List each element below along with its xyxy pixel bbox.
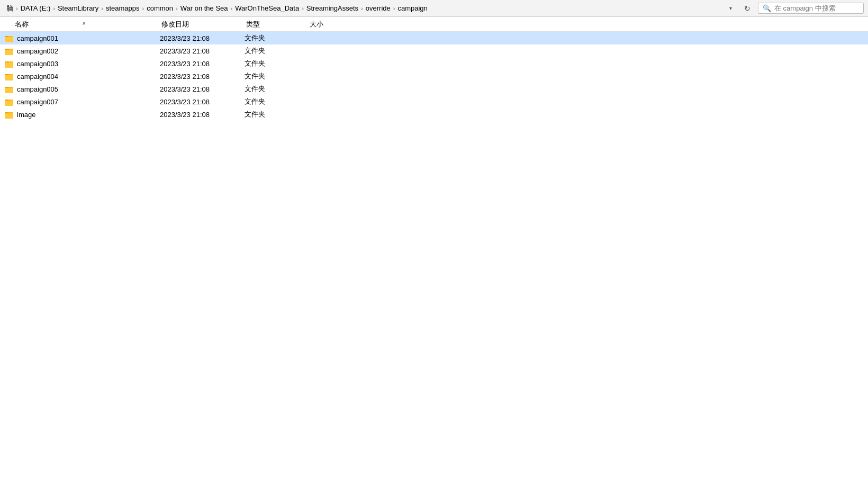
breadcrumb-item[interactable]: WarOnTheSea_Data [233, 3, 301, 13]
column-headers: 名称 ∧ 修改日期 类型 大小 [0, 17, 868, 32]
refresh-icon: ↻ [744, 4, 751, 13]
breadcrumb: 脑›DATA (E:)›SteamLibrary›steamapps›commo… [4, 3, 718, 14]
search-input[interactable] [774, 4, 854, 12]
file-type: 文件夹 [245, 59, 308, 68]
sort-indicator: ∧ [82, 20, 86, 26]
breadcrumb-separator: › [53, 5, 55, 12]
folder-icon [4, 71, 14, 81]
file-type: 文件夹 [245, 46, 308, 56]
dropdown-button[interactable]: ▾ [724, 2, 737, 15]
breadcrumb-item[interactable]: StreamingAssets [304, 3, 360, 13]
file-date: 2023/3/23 21:08 [160, 85, 245, 93]
file-type: 文件夹 [245, 84, 308, 94]
table-row[interactable]: campaign0022023/3/23 21:08文件夹 [0, 44, 868, 57]
breadcrumb-item[interactable]: override [364, 3, 393, 13]
file-date: 2023/3/23 21:08 [160, 47, 245, 55]
file-date: 2023/3/23 21:08 [160, 73, 245, 80]
address-bar: 脑›DATA (E:)›SteamLibrary›steamapps›commo… [0, 0, 868, 17]
breadcrumb-separator: › [142, 5, 144, 12]
table-row[interactable]: campaign0012023/3/23 21:08文件夹 [0, 32, 868, 44]
folder-icon [4, 33, 14, 43]
title-bar-controls: ▾ ↻ 🔍 [724, 2, 864, 15]
file-name: image [17, 111, 160, 119]
file-list: campaign0012023/3/23 21:08文件夹 campaign00… [0, 32, 868, 485]
file-type: 文件夹 [245, 33, 308, 43]
file-name: campaign002 [17, 47, 160, 55]
table-row[interactable]: campaign0052023/3/23 21:08文件夹 [0, 83, 868, 95]
breadcrumb-item[interactable]: campaign [395, 3, 429, 13]
table-row[interactable]: campaign0042023/3/23 21:08文件夹 [0, 70, 868, 83]
file-name: campaign004 [17, 73, 160, 80]
breadcrumb-item[interactable]: War on the Sea [178, 3, 230, 13]
file-date: 2023/3/23 21:08 [160, 60, 245, 68]
breadcrumb-separator: › [231, 5, 233, 12]
col-header-date[interactable]: 修改日期 [161, 20, 246, 29]
table-row[interactable]: campaign0072023/3/23 21:08文件夹 [0, 95, 868, 108]
folder-icon [4, 97, 14, 106]
breadcrumb-separator: › [101, 5, 103, 12]
breadcrumb-separator: › [16, 5, 18, 12]
file-date: 2023/3/23 21:08 [160, 111, 245, 119]
breadcrumb-item[interactable]: SteamLibrary [56, 3, 101, 13]
refresh-button[interactable]: ↻ [741, 2, 754, 15]
col-header-name[interactable]: 名称 ∧ [0, 20, 161, 29]
file-date: 2023/3/23 21:08 [160, 34, 245, 42]
file-type: 文件夹 [245, 97, 308, 106]
table-row[interactable]: image2023/3/23 21:08文件夹 [0, 108, 868, 121]
breadcrumb-separator: › [302, 5, 304, 12]
folder-icon [4, 84, 14, 94]
table-row[interactable]: campaign0032023/3/23 21:08文件夹 [0, 57, 868, 70]
file-name: campaign001 [17, 34, 160, 42]
folder-icon [4, 59, 14, 68]
breadcrumb-separator: › [176, 5, 178, 12]
file-name: campaign003 [17, 60, 160, 68]
breadcrumb-item[interactable]: 脑 [4, 3, 15, 14]
chevron-down-icon: ▾ [729, 5, 732, 11]
breadcrumb-item[interactable]: steamapps [104, 3, 142, 13]
breadcrumb-item[interactable]: common [144, 3, 175, 13]
breadcrumb-separator: › [361, 5, 363, 12]
breadcrumb-item[interactable]: DATA (E:) [19, 3, 53, 13]
breadcrumb-separator: › [393, 5, 395, 12]
main-content: 名称 ∧ 修改日期 类型 大小 campaign0012023/3/23 21:… [0, 17, 868, 485]
folder-icon [4, 46, 14, 56]
col-header-size[interactable]: 大小 [310, 20, 352, 29]
file-type: 文件夹 [245, 110, 308, 119]
col-name-label: 名称 [15, 20, 29, 29]
file-name: campaign005 [17, 85, 160, 93]
folder-icon [4, 110, 14, 119]
file-date: 2023/3/23 21:08 [160, 98, 245, 106]
search-bar[interactable]: 🔍 [758, 3, 864, 14]
file-name: campaign007 [17, 98, 160, 106]
search-icon: 🔍 [763, 4, 771, 12]
file-type: 文件夹 [245, 71, 308, 81]
col-header-type[interactable]: 类型 [246, 20, 310, 29]
